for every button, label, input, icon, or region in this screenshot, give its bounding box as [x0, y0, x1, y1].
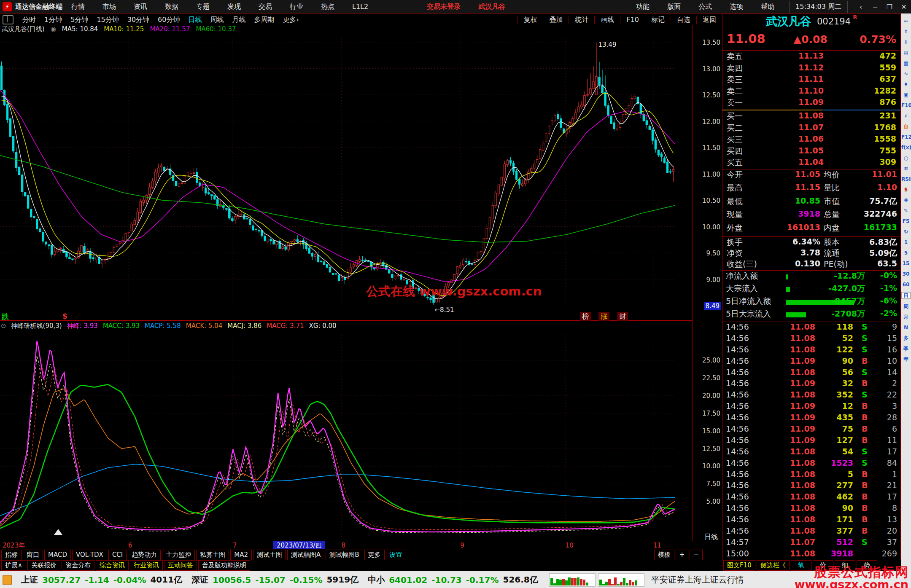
tick-row[interactable]: 14:5611.0856S14 [722, 368, 900, 379]
pencil-icon[interactable]: ✎ [901, 208, 911, 214]
tick-row[interactable]: 14:5611.08171B13 [722, 515, 900, 526]
tick-row[interactable]: 14:5611.09435B28 [722, 413, 900, 424]
menu-item-交易[interactable]: 交易 [259, 3, 272, 11]
chart-area[interactable]: 武汉凡谷(日线) ◉ MA5: 10.84MA10: 11.25MA20: 11… [0, 25, 692, 541]
current-stock-label[interactable]: 武汉凡谷 [478, 3, 505, 11]
period-tab-周线[interactable]: 周线 [206, 16, 228, 24]
tab-CCI[interactable]: CCI [108, 550, 127, 560]
tab-测试幅图A[interactable]: 测试幅图A [287, 550, 324, 560]
sell-level[interactable]: 卖一11.09876 [722, 97, 900, 109]
f12-icon[interactable]: F12 [901, 134, 911, 140]
tab-测试主图[interactable]: 测试主图 [253, 550, 286, 560]
tick-row[interactable]: 14:5611.08118S9 [722, 322, 900, 333]
menu-item-资讯[interactable]: 资讯 [134, 3, 147, 11]
strip-period-1[interactable]: 1 [901, 239, 911, 245]
tick-row[interactable]: 14:5611.085B1 [722, 470, 900, 481]
menu-item-功能[interactable]: 功能 [636, 3, 650, 11]
order-ladder[interactable]: 卖五11.13472卖四11.12559卖三11.11637卖二11.10128… [722, 51, 900, 169]
strip-period-5[interactable]: 5 [901, 250, 911, 256]
rsi-icon[interactable]: RSI [901, 176, 911, 182]
back-button[interactable]: ‹ [854, 3, 868, 11]
tool-button-F10[interactable]: F10 [620, 16, 645, 24]
market-icon[interactable] [3, 575, 12, 585]
period-tab-更多›[interactable]: 更多› [278, 16, 303, 24]
menu-item-L1L2[interactable]: L1L2 [352, 3, 368, 11]
ext-图文F10[interactable]: 图文F10 [723, 560, 755, 571]
grid-icon[interactable]: ▦ [901, 60, 911, 66]
zoom-out-button[interactable]: − [690, 550, 703, 560]
tick-row[interactable]: 14:5611.08122S16 [722, 345, 900, 356]
ext-综合资讯[interactable]: 综合资讯 [96, 560, 129, 571]
down-icon[interactable]: ⇩ [901, 39, 911, 45]
ext-互动问答[interactable]: 互动问答 [164, 560, 197, 571]
index-name[interactable]: 上证 [21, 574, 38, 585]
tab-MA2[interactable]: MA2 [230, 550, 252, 560]
menu-item-专题[interactable]: 专题 [196, 3, 210, 11]
maximize-button[interactable]: ❐ [882, 3, 897, 11]
split-screen-icon[interactable] [3, 15, 13, 24]
minimize-button[interactable]: − [868, 3, 882, 11]
tab-主力监控[interactable]: 主力监控 [162, 550, 195, 560]
buy-level[interactable]: 买三11.061558 [722, 134, 900, 146]
period-tab-60分钟[interactable]: 60分钟 [154, 16, 184, 24]
period-tab-多周期[interactable]: 多周期 [250, 16, 278, 24]
tool-button-标记[interactable]: 标记 [645, 16, 671, 24]
period-tab-分时[interactable]: 分时 [18, 16, 40, 24]
buy-level[interactable]: 买二11.071768 [722, 123, 900, 134]
buy-level[interactable]: 买五11.04309 [722, 157, 900, 169]
tab-指标[interactable]: 指标 [1, 550, 22, 560]
ext-扩展∧[interactable]: 扩展∧ [1, 560, 26, 571]
tool-button-叠加[interactable]: 叠加 [543, 16, 569, 24]
strip-period-季[interactable]: 季 [901, 346, 911, 352]
ext-关联报价[interactable]: 关联报价 [27, 560, 60, 571]
tag-财[interactable]: 财 [617, 312, 628, 321]
back-icon[interactable]: ⇦ [901, 18, 911, 24]
tab-VOL-TDX[interactable]: VOL-TDX [72, 550, 107, 560]
buy-level[interactable]: 买四11.05755 [722, 146, 900, 158]
menu-item-帮助[interactable]: 帮助 [761, 3, 774, 11]
index-name[interactable]: 深证 [191, 574, 208, 585]
tool-button-复权[interactable]: 复权 [517, 16, 543, 24]
sell-level[interactable]: 卖二11.101282 [722, 86, 900, 98]
zoom-in-button[interactable]: + [676, 550, 689, 560]
tick-row[interactable]: 14:5611.0932B2 [722, 379, 900, 390]
wave-icon[interactable]: ≋ [901, 166, 911, 172]
menu-item-行业[interactable]: 行业 [290, 3, 303, 11]
menu-item-数据[interactable]: 数据 [165, 3, 178, 11]
ext-侧边栏《[interactable]: 侧边栏《 [757, 560, 790, 571]
strip-period-周[interactable]: 周 [901, 303, 911, 309]
tab-窗口[interactable]: 窗口 [23, 550, 43, 560]
ext-行业资讯[interactable]: 行业资讯 [130, 560, 163, 571]
tool-button-自选[interactable]: 自选 [671, 16, 696, 24]
sell-level[interactable]: 卖三11.11637 [722, 74, 900, 86]
tab-测试幅图B[interactable]: 测试幅图B [326, 550, 363, 560]
menu-item-热点[interactable]: 热点 [321, 3, 334, 11]
move-icon[interactable]: ✚ [901, 197, 911, 203]
mini-index-charts[interactable] [549, 573, 644, 587]
candlestick-chart[interactable]: 13.49←8.51 [0, 25, 692, 320]
tab-更多[interactable]: 更多 [364, 550, 385, 560]
tag-榜[interactable]: 榜 [580, 312, 591, 321]
tab-私募主图[interactable]: 私募主图 [196, 550, 229, 560]
strip-period-15[interactable]: 15 [901, 260, 911, 266]
quote-header[interactable]: 武汉凡谷 002194 R [722, 14, 900, 32]
sell-level[interactable]: 卖五11.13472 [722, 51, 900, 63]
multi-window-icon[interactable]: ▣ [901, 92, 911, 98]
tab-MACD[interactable]: MACD [44, 550, 71, 560]
collapse-icon[interactable]: ◉ [51, 25, 56, 34]
menu-item-行情[interactable]: 行情 [71, 3, 85, 11]
period-tab-日线[interactable]: 日线 [184, 16, 206, 24]
indicator-collapse-icon[interactable]: ⊙ [1, 322, 6, 330]
tick-row[interactable]: 14:5611.081523S84 [722, 458, 900, 470]
ext-普及版功能说明[interactable]: 普及版功能说明 [198, 560, 250, 571]
strip-period-30[interactable]: 30 [901, 271, 911, 277]
refresh-icon[interactable]: ↻ [901, 229, 911, 235]
ext-资金分布[interactable]: 资金分布 [62, 560, 94, 571]
tick-row[interactable]: 14:5611.0852S15 [722, 333, 900, 345]
buy-level[interactable]: 买一11.08231 [722, 111, 900, 123]
period-tab-30分钟[interactable]: 30分钟 [123, 16, 154, 24]
tab-趋势动力[interactable]: 趋势动力 [128, 550, 161, 560]
index-name[interactable]: 中小 [368, 574, 385, 585]
tick-row[interactable]: 14:5611.0975B6 [722, 424, 900, 435]
tab-设置[interactable]: 设置 [386, 550, 406, 560]
